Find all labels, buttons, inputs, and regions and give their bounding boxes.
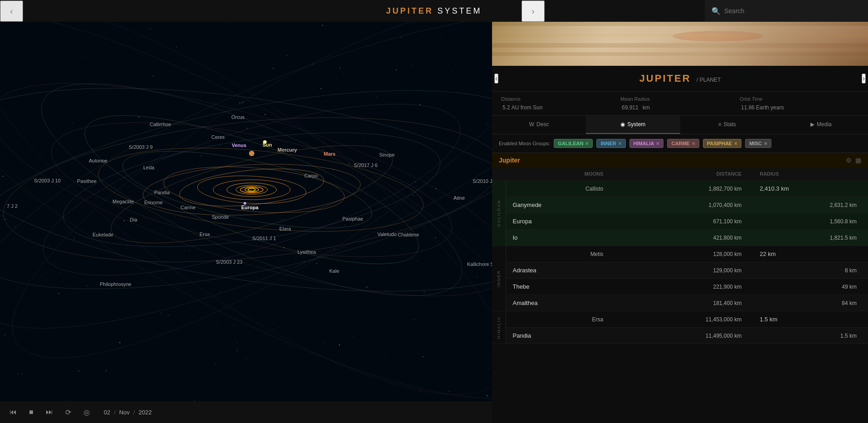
- system-icon: ◉: [620, 121, 625, 128]
- media-icon: ▶: [810, 121, 814, 128]
- moon-name: Pandia: [506, 328, 614, 344]
- moon-radius: 1.5 km: [753, 328, 868, 344]
- refresh-button[interactable]: ⟳: [63, 406, 74, 418]
- right-panel: ‹ JUPITER / PLANET › Distance 5.2AU from…: [492, 0, 868, 423]
- group-galilean[interactable]: GALILEAN ✕: [554, 139, 593, 148]
- moon-radius: 49 km: [753, 279, 868, 295]
- search-area: 🔍: [705, 0, 868, 22]
- table-row[interactable]: Thebe 221,900 km 49 km: [492, 279, 868, 295]
- desc-icon: W: [529, 121, 534, 128]
- table-section[interactable]: Jupiter ⚙ ▦ MOONS DISTANCE RADIUS GALILE…: [492, 153, 868, 423]
- moon-radius: 1,821.5 km: [753, 230, 868, 246]
- table-row[interactable]: INNER Metis 128,000 km 22 km: [492, 246, 868, 262]
- date-year: 2022: [139, 409, 152, 416]
- page-title: JUPITER SYSTEM: [386, 6, 482, 16]
- orbit-canvas: [0, 22, 492, 423]
- moon-radius: 1.5 km: [753, 311, 868, 328]
- group-inner[interactable]: INNER ✕: [596, 139, 625, 148]
- moon-distance: 221,900 km: [614, 279, 753, 295]
- prev-button[interactable]: ‹: [0, 0, 23, 22]
- settings-icon[interactable]: ⚙: [846, 157, 852, 164]
- table-row[interactable]: Pandia 11,495,000 km 1.5 km: [492, 328, 868, 344]
- next-button[interactable]: ›: [522, 0, 545, 22]
- table-row[interactable]: GALILEAN Callisto 1,882,700 km 2,410.3 k…: [492, 181, 868, 197]
- moon-distance: 1,882,700 km: [614, 181, 753, 197]
- table-row[interactable]: Amalthea 181,400 km 84 km: [492, 295, 868, 311]
- col-moons: MOONS: [506, 167, 614, 181]
- distance-stat: Distance 5.2AU from Sun: [501, 96, 620, 111]
- moon-distance: 11,495,000 km: [614, 328, 753, 344]
- date-day: 02: [104, 409, 110, 416]
- grid-icon[interactable]: ▦: [855, 157, 861, 164]
- table-row[interactable]: Ganymede 1,070,400 km 2,631.2 km: [492, 197, 868, 213]
- moon-name: Io: [506, 230, 614, 246]
- group-pasiphae[interactable]: PASIPHAE ✕: [703, 139, 741, 148]
- date-month: Nov: [119, 409, 130, 416]
- moons-table: MOONS DISTANCE RADIUS GALILEAN Callisto …: [492, 167, 868, 344]
- planet-title: JUPITER / PLANET: [501, 73, 859, 84]
- close-galilean-icon[interactable]: ✕: [585, 141, 589, 146]
- skip-back-button[interactable]: ⏮: [7, 406, 20, 418]
- map-area[interactable]: CallirrhoeCeresOrcusS/2003 J 9VenusSunMe…: [0, 22, 492, 423]
- tabs: W Desc ◉ System ≡ Stats ▶ Media: [492, 116, 868, 134]
- skip-forward-button[interactable]: ⏭: [43, 406, 56, 418]
- date-display: 02 / Nov / 2022: [104, 409, 152, 416]
- table-row[interactable]: Adrastea 129,000 km 8 km: [492, 262, 868, 279]
- stats-icon: ≡: [718, 121, 721, 128]
- moon-groups: Enabled Moon Groups: GALILEAN ✕ INNER ✕ …: [492, 134, 868, 153]
- moon-radius: 2,631.2 km: [753, 197, 868, 213]
- col-radius: RADIUS: [753, 167, 868, 181]
- close-pasiphae-icon[interactable]: ✕: [734, 141, 737, 146]
- search-input[interactable]: [724, 7, 860, 15]
- moon-distance: 128,000 km: [614, 246, 753, 262]
- group-himalia[interactable]: HIMALIA ✕: [629, 139, 664, 148]
- moon-name: Thebe: [506, 279, 614, 295]
- system-label: SYSTEM: [438, 6, 482, 15]
- col-distance: DISTANCE: [614, 167, 753, 181]
- group-misc[interactable]: MISC ✕: [745, 139, 771, 148]
- group-label-cell: GALILEAN: [492, 181, 506, 246]
- moon-name: Amalthea: [506, 295, 614, 311]
- moon-name: Ersa: [506, 311, 614, 328]
- close-himalia-icon[interactable]: ✕: [656, 141, 659, 146]
- table-row[interactable]: Europa 671,100 km 1,560.8 km: [492, 213, 868, 230]
- moon-distance: 1,070,400 km: [614, 197, 753, 213]
- moon-name: Europa: [506, 213, 614, 230]
- panel-prev-button[interactable]: ‹: [494, 74, 498, 84]
- col-sidebar: [492, 167, 506, 181]
- info-section: ‹ JUPITER / PLANET ›: [492, 66, 868, 92]
- moon-name: Ganymede: [506, 197, 614, 213]
- group-header: Jupiter ⚙ ▦: [492, 153, 868, 167]
- group-label-cell: INNER: [492, 246, 506, 311]
- group-carme[interactable]: CARME ✕: [667, 139, 699, 148]
- close-carme-icon[interactable]: ✕: [692, 141, 695, 146]
- tab-stats[interactable]: ≡ Stats: [680, 116, 774, 134]
- moon-distance: 421,800 km: [614, 230, 753, 246]
- group-icons: ⚙ ▦: [846, 157, 861, 164]
- group-label-cell: HIMALIA: [492, 311, 506, 344]
- moon-radius: 22 km: [753, 246, 868, 262]
- moon-radius: 8 km: [753, 262, 868, 279]
- tab-system[interactable]: ◉ System: [586, 116, 680, 134]
- search-icon: 🔍: [712, 7, 721, 15]
- moon-name: Metis: [506, 246, 614, 262]
- moon-distance: 671,100 km: [614, 213, 753, 230]
- moon-radius: 84 km: [753, 295, 868, 311]
- moon-name: Callisto: [506, 181, 614, 197]
- header: ‹ JUPITER SYSTEM › 🔍: [0, 0, 868, 22]
- orbit-stat: Orbit Time 11.86Earth years: [740, 96, 859, 111]
- stop-button[interactable]: ■: [26, 406, 36, 418]
- moon-distance: 11,453,000 km: [614, 311, 753, 328]
- tab-media[interactable]: ▶ Media: [774, 116, 868, 134]
- panel-next-button[interactable]: ›: [862, 74, 866, 84]
- table-row[interactable]: HIMALIA Ersa 11,453,000 km 1.5 km: [492, 311, 868, 328]
- moon-distance: 181,400 km: [614, 295, 753, 311]
- table-row[interactable]: Io 421,800 km 1,821.5 km: [492, 230, 868, 246]
- close-inner-icon[interactable]: ✕: [618, 141, 622, 146]
- moon-radius: 2,410.3 km: [753, 181, 868, 197]
- moon-radius: 1,560.8 km: [753, 213, 868, 230]
- tab-desc[interactable]: W Desc: [492, 116, 586, 134]
- moon-name: Adrastea: [506, 262, 614, 279]
- close-misc-icon[interactable]: ✕: [764, 141, 767, 146]
- target-button[interactable]: ◎: [81, 406, 93, 418]
